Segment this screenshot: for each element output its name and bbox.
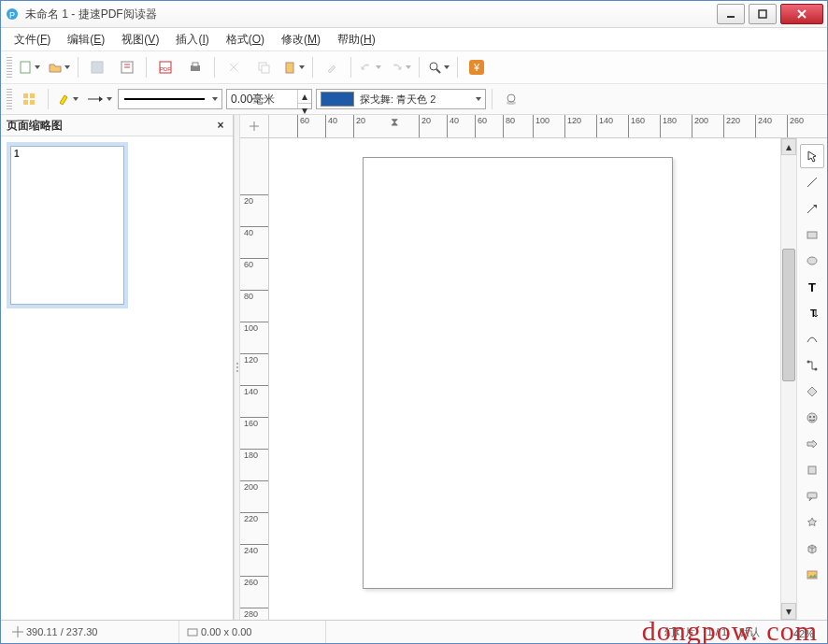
svg-rect-40 bbox=[808, 466, 816, 474]
color-swatch bbox=[321, 92, 354, 107]
tool-flowchart[interactable] bbox=[800, 458, 824, 482]
color-select[interactable]: 探戈舞: 青天色 2 bbox=[316, 89, 486, 109]
tool-3d[interactable] bbox=[800, 537, 824, 561]
arrow-style-button[interactable] bbox=[83, 87, 115, 111]
layout-button[interactable] bbox=[15, 87, 43, 111]
tool-curve[interactable] bbox=[800, 327, 824, 351]
panel-title: 页面缩略图 bbox=[7, 118, 63, 134]
menu-help[interactable]: 帮助(H) bbox=[330, 30, 383, 50]
thumbnail-list[interactable]: 1 bbox=[1, 136, 233, 620]
maximize-button[interactable] bbox=[749, 4, 777, 24]
window-title: 未命名 1 - 捷速PDF阅读器 bbox=[25, 7, 713, 22]
page-thumbnail[interactable]: 1 bbox=[10, 146, 124, 305]
tool-connector[interactable] bbox=[800, 353, 824, 378]
tool-stars[interactable] bbox=[800, 510, 824, 535]
property-bar: 0.00毫米 ▴▾ 探戈舞: 青天色 2 bbox=[1, 84, 827, 115]
svg-text:¥: ¥ bbox=[473, 62, 480, 73]
svg-line-30 bbox=[807, 206, 815, 213]
svg-rect-12 bbox=[193, 63, 198, 66]
main-toolbar: PDF ¥ bbox=[1, 51, 827, 84]
undo-button[interactable] bbox=[356, 55, 384, 79]
vertical-scrollbar[interactable]: ▴ ▾ bbox=[780, 138, 796, 620]
ruler-corner[interactable] bbox=[240, 115, 269, 137]
toolbar-grip[interactable] bbox=[7, 57, 12, 78]
svg-rect-15 bbox=[286, 63, 293, 73]
svg-rect-46 bbox=[188, 629, 197, 636]
svg-point-38 bbox=[809, 416, 811, 418]
menu-insert[interactable]: 插入(I) bbox=[168, 30, 216, 50]
svg-rect-7 bbox=[92, 62, 103, 73]
tool-text[interactable]: T bbox=[800, 275, 824, 299]
page[interactable] bbox=[363, 157, 673, 589]
statusbar: 390.11 / 237.30 0.00 x 0.00 幻灯片 1 / 1 默认… bbox=[1, 620, 827, 643]
export-pdf-button[interactable]: PDF bbox=[151, 55, 179, 79]
tool-rectangle[interactable] bbox=[800, 222, 824, 247]
svg-point-36 bbox=[815, 368, 818, 371]
scroll-track[interactable] bbox=[781, 155, 796, 603]
line-width-spinner[interactable]: 0.00毫米 ▴▾ bbox=[226, 89, 312, 109]
format-paintbrush-button[interactable] bbox=[318, 55, 346, 79]
svg-point-35 bbox=[807, 361, 810, 364]
svg-point-26 bbox=[507, 94, 515, 102]
paste-button[interactable] bbox=[279, 55, 307, 79]
save-button[interactable] bbox=[83, 55, 111, 79]
horizontal-ruler[interactable]: ⧗ 60402020406080100120140160180200220240… bbox=[269, 115, 827, 137]
tool-callouts[interactable] bbox=[800, 484, 824, 508]
shadow-button[interactable] bbox=[497, 87, 525, 111]
scroll-thumb[interactable] bbox=[782, 249, 795, 381]
open-button[interactable] bbox=[45, 55, 73, 79]
spin-up-icon[interactable]: ▴ bbox=[298, 90, 311, 104]
color-label: 探戈舞: 青天色 2 bbox=[358, 93, 474, 107]
status-zoom[interactable]: 42% bbox=[793, 628, 814, 639]
watermark: dongpow. com bbox=[642, 615, 818, 644]
svg-text:T: T bbox=[808, 280, 816, 293]
minimize-button[interactable] bbox=[717, 4, 745, 24]
thumbnail-number: 1 bbox=[14, 149, 20, 159]
svg-rect-41 bbox=[807, 493, 817, 498]
menu-view[interactable]: 视图(V) bbox=[114, 30, 166, 50]
titlebar[interactable]: P 未命名 1 - 捷速PDF阅读器 bbox=[1, 1, 827, 28]
print-button[interactable] bbox=[181, 55, 209, 79]
size-icon bbox=[187, 626, 198, 637]
copy-button[interactable] bbox=[250, 55, 278, 79]
tool-basic-shapes[interactable] bbox=[800, 379, 824, 404]
menu-edit[interactable]: 编辑(E) bbox=[60, 30, 112, 50]
cut-button[interactable] bbox=[220, 55, 248, 79]
propbar-grip[interactable] bbox=[7, 89, 12, 109]
panel-close-button[interactable]: × bbox=[214, 119, 227, 132]
menu-modify[interactable]: 修改(M) bbox=[274, 30, 328, 50]
menubar: 文件(F) 编辑(E) 视图(V) 插入(I) 格式(O) 修改(M) 帮助(H… bbox=[1, 28, 827, 51]
tool-text-vertical[interactable]: T bbox=[800, 301, 824, 325]
drawing-canvas[interactable] bbox=[269, 138, 780, 620]
tool-ellipse[interactable] bbox=[800, 249, 824, 273]
menu-format[interactable]: 格式(O) bbox=[219, 30, 272, 50]
tool-block-arrows[interactable] bbox=[800, 432, 824, 456]
app-icon: P bbox=[5, 7, 20, 21]
new-button[interactable] bbox=[15, 55, 43, 79]
svg-rect-14 bbox=[262, 65, 269, 73]
save-as-button[interactable] bbox=[113, 55, 141, 79]
coin-icon[interactable]: ¥ bbox=[463, 55, 491, 79]
scroll-up-icon[interactable]: ▴ bbox=[781, 138, 796, 155]
status-coords: 390.11 / 237.30 bbox=[5, 621, 179, 643]
tool-pointer[interactable] bbox=[800, 144, 824, 168]
svg-point-43 bbox=[809, 573, 811, 575]
tool-gallery[interactable] bbox=[800, 563, 824, 587]
svg-rect-31 bbox=[807, 232, 817, 238]
line-style-select[interactable] bbox=[118, 89, 222, 109]
close-button[interactable] bbox=[780, 4, 823, 24]
tool-line[interactable] bbox=[800, 170, 824, 194]
line-width-value: 0.00毫米 bbox=[227, 92, 297, 107]
panel-splitter[interactable] bbox=[234, 115, 240, 620]
highlight-button[interactable] bbox=[53, 87, 81, 111]
tool-arrow[interactable] bbox=[800, 196, 824, 221]
svg-rect-20 bbox=[23, 93, 28, 98]
vertical-ruler[interactable]: 20406080100120140160180200220240260280 bbox=[240, 138, 269, 620]
redo-button[interactable] bbox=[386, 55, 414, 79]
tool-symbol-shapes[interactable] bbox=[800, 406, 824, 430]
svg-rect-21 bbox=[30, 93, 35, 98]
menu-file[interactable]: 文件(F) bbox=[7, 30, 58, 50]
thumbnail-panel: 页面缩略图 × 1 bbox=[1, 115, 234, 620]
zoom-button[interactable] bbox=[424, 55, 452, 79]
app-window: P 未命名 1 - 捷速PDF阅读器 文件(F) 编辑(E) 视图(V) 插入(… bbox=[0, 0, 828, 644]
